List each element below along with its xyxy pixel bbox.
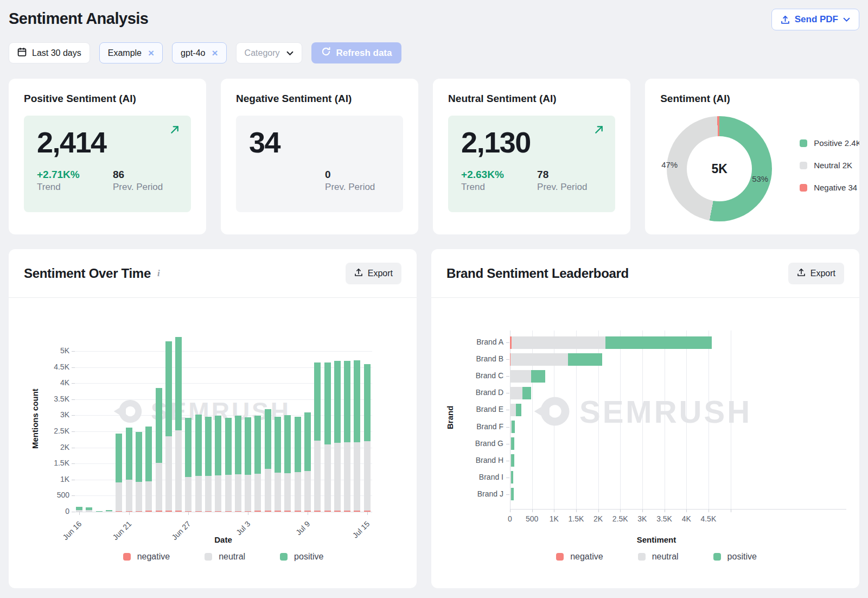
bar-segment-positive [568,353,602,366]
bar-segment-neutral [126,480,132,511]
donut-legend: Positive 2.4K Neutral 2K Negative 34 [800,138,859,192]
kpi-card-negative: Negative Sentiment (AI) 34 0 Prev. Perio… [221,79,418,234]
y-axis-tick-label: 3.5K [39,395,69,403]
bar-segment-positive [511,437,514,450]
stacked-bar [510,336,712,349]
filter-chip-gpt4o[interactable]: gpt-4o × [172,42,226,63]
brand-row-label: Brand G [452,439,503,448]
bar-segment-negative [245,511,251,512]
stacked-bar [510,421,515,433]
bar-segment-neutral [106,511,112,512]
kpi-trend-value: +2.63K% [461,169,537,181]
bar-segment-negative [314,511,321,512]
filter-bar: Last 30 days Example × gpt-4o × Category… [9,42,859,63]
date-range-filter[interactable]: Last 30 days [9,42,90,63]
bar-segment-negative [295,511,301,512]
legend-swatch-negative [800,184,807,192]
refresh-data-button[interactable]: Refresh data [311,42,402,63]
bar-segment-negative [156,511,162,512]
bar-segment-neutral [215,475,221,511]
stacked-bar [86,507,92,512]
bar-segment-negative [324,511,331,512]
bar-segment-neutral [295,472,301,511]
stacked-bar [324,362,331,512]
bar-segment-neutral [116,482,122,511]
bars-container [74,325,372,512]
stacked-bar [334,361,341,512]
bar-segment-positive [136,432,142,482]
bar-segment-neutral [510,404,516,416]
kpi-title: Negative Sentiment (AI) [236,93,403,105]
legend-item-positive: positive [280,552,323,562]
bar-segment-positive [215,416,221,476]
charts-row: Sentiment Over Time i Export Mentions co… [9,249,859,588]
send-pdf-button[interactable]: Send PDF [771,9,859,30]
trend-up-arrow-icon [170,125,179,136]
bar-segment-positive [265,409,271,469]
close-icon[interactable]: × [148,48,154,58]
legend-label: negative [570,552,603,562]
y-axis-tick-label: 5K [39,346,69,355]
bar-segment-positive [324,362,331,444]
bar-segment-negative [304,511,311,512]
kpi-row: Positive Sentiment (AI) 2,414 +2.71K% Tr… [9,79,859,234]
legend-swatch-negative [123,553,131,561]
export-button[interactable]: Export [346,263,401,284]
bar-segment-negative [344,511,350,512]
stacked-bar [225,418,232,512]
bar-segment-neutral [254,474,261,511]
close-icon[interactable]: × [212,48,218,58]
sentiment-over-time-chart: Mentions count SEMRUSH Date negative n [9,298,417,588]
stacked-bar [136,432,142,512]
category-dropdown[interactable]: Category [236,42,302,63]
chart-header: Sentiment Over Time i Export [9,249,417,298]
legend-item-neutral: neutral [638,552,679,562]
filter-chip-example[interactable]: Example × [99,42,163,63]
stacked-bar [510,370,545,383]
export-label: Export [368,269,393,278]
kpi-panel: 34 0 Prev. Period [236,116,403,212]
chart-legend: negative neutral positive [74,552,372,562]
page-header: Sentiment Analysis Send PDF [9,9,859,37]
bar-segment-negative [116,511,122,512]
kpi-prev-value: 0 [325,169,375,181]
bar-segment-positive [512,421,515,433]
stacked-bar [354,360,360,512]
y-axis-tick [72,512,75,512]
export-label: Export [810,269,835,278]
bar-segment-neutral [512,336,605,349]
legend-label: negative [137,552,170,562]
stacked-bar [284,415,291,512]
bar-segment-positive [605,336,712,349]
y-axis-title: Mentions count [30,368,40,469]
bar-segment-positive [511,471,513,484]
bar-segment-neutral [324,444,331,511]
export-button[interactable]: Export [788,263,844,284]
y-axis-tick [506,359,509,360]
bar-segment-positive [516,404,521,416]
bar-segment-negative [175,511,182,512]
stacked-bar [265,409,271,512]
kpi-prev-value: 86 [113,169,163,181]
brand-row-label: Brand D [452,388,503,397]
stacked-bar [510,437,514,450]
chevron-down-icon [286,48,293,58]
bar-segment-positive [254,416,261,474]
x-axis-title: Sentiment [510,535,803,544]
stacked-bar [510,404,521,416]
stacked-bar [126,428,132,512]
stacked-bar [510,471,513,484]
bar-segment-positive [165,341,172,436]
x-axis-tick [367,512,368,515]
bar-segment-positive [96,511,103,512]
x-axis-line [510,509,846,510]
stacked-bar [175,337,182,512]
bar-segment-negative [215,511,221,512]
kpi-value: 2,130 [461,124,602,161]
bar-segment-negative [145,511,152,512]
kpi-prev-value: 78 [537,169,587,181]
brand-row-label: Brand B [452,354,503,363]
legend-label: positive [294,552,323,562]
stacked-bar [76,507,82,512]
info-icon[interactable]: i [157,268,160,279]
